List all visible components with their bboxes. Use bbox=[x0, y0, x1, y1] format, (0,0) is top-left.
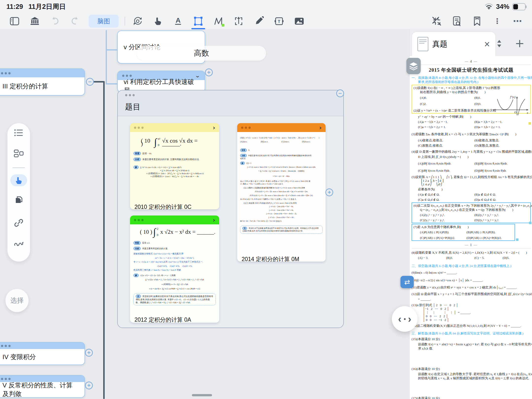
document-search-icon[interactable] bbox=[450, 15, 463, 27]
text-line: (5)设矩阵 A = ⎛1 1 1 ⎞ ⎛1 ⎞. 若集合 Ω = {1,2},… bbox=[412, 175, 531, 186]
text-line: 小. 因此 a₁ = 0,b₁ = 2,从而 a₁cos x + b₁sin x… bbox=[240, 183, 323, 185]
text-line: (C)2y₁² − y₂² − y₃².(D)2y₁² + y₂² + y₃². bbox=[414, 218, 529, 222]
panel-tab-bar: 真题 × bbox=[410, 29, 532, 56]
topic-group-header[interactable]: 题目 bbox=[118, 90, 343, 116]
text-line: √(|a|(t²+k²)), √(|a|(t²−k²)), √(|a|(k²−t… bbox=[133, 265, 216, 268]
expand-button-group[interactable]: + bbox=[325, 188, 333, 196]
pdf-block: (7)若 A,B 为任意两个随机事件,则( )(A)P(AB) ≤ P(A)P(… bbox=[412, 224, 515, 241]
tool-status-dot bbox=[222, 24, 224, 27]
document-icon bbox=[417, 37, 428, 51]
layout-cards-icon[interactable] bbox=[14, 149, 24, 158]
text-line: 分析本题主要考查定积分的计算. bbox=[133, 247, 216, 250]
collapse-button-iii[interactable]: − bbox=[86, 78, 94, 86]
sidebar-toggle-icon[interactable] bbox=[8, 15, 21, 27]
expand-button-v5[interactable]: + bbox=[85, 382, 93, 389]
highlight-handle-blue[interactable] bbox=[529, 222, 532, 224]
next-page-icon[interactable]: › bbox=[408, 314, 411, 324]
expand-button-vi[interactable]: + bbox=[205, 68, 213, 76]
collapse-button-group[interactable]: − bbox=[336, 89, 344, 97]
pen-icon[interactable] bbox=[252, 15, 265, 27]
expand-chevron-icon[interactable]: › bbox=[213, 124, 215, 131]
copy-pages-icon[interactable] bbox=[14, 196, 23, 204]
text-line: 答案应填 − 4π. bbox=[133, 152, 216, 155]
text-style-icon[interactable]: A bbox=[172, 15, 184, 27]
prev-page-icon[interactable]: ‹ bbox=[398, 314, 401, 324]
redo-icon[interactable] bbox=[69, 15, 82, 27]
node-iv-section[interactable]: IV 变限积分 bbox=[0, 342, 85, 365]
expand-chevron-icon[interactable]: › bbox=[319, 124, 322, 131]
pdf-block: — 1 —(8)设随机变量 X,Y 不相关,且 E(X) = 2,E(Y) = … bbox=[412, 243, 531, 399]
hand-tool-active[interactable] bbox=[10, 174, 27, 186]
text-line: (法二)(看作二元函数的最值问题求解)令 f(a,b) = ∫₋π^π (x−a… bbox=[240, 186, 323, 189]
chevron-down-icon[interactable]: ⌄ bbox=[195, 73, 200, 79]
highlight-handle-yellow[interactable] bbox=[529, 122, 531, 125]
kebab-menu-icon[interactable]: ⋮ bbox=[491, 15, 504, 27]
expand-chevron-icon[interactable]: › bbox=[213, 216, 215, 224]
undo-icon[interactable] bbox=[49, 15, 61, 27]
highlight-handle-blue2[interactable] bbox=[516, 238, 518, 241]
card-dots-icon bbox=[241, 125, 252, 130]
text-frame-icon[interactable]: T bbox=[273, 15, 285, 27]
tab-exam-paper[interactable]: 真题 × bbox=[412, 32, 495, 56]
layers-button[interactable] bbox=[406, 58, 421, 74]
card-2012-header[interactable]: › bbox=[130, 216, 219, 224]
text-line: (A)a = −3,b = 2,c = −1.(B)a = 3,b = 2,c … bbox=[412, 120, 531, 124]
more-menu-icon[interactable]: ⋯ bbox=[511, 15, 524, 27]
card-2010-header[interactable]: › bbox=[130, 123, 219, 132]
pdf-viewer[interactable]: — 4 —2015 年全国硕士研究生招生考试试题一、选择题(本题共 8 小题,每… bbox=[410, 56, 532, 399]
card-2012-title: 2012 定积分的计算 0A bbox=[134, 318, 191, 321]
text-line: — 1 — bbox=[412, 243, 531, 247]
clock: 11:29 bbox=[6, 3, 23, 11]
bookmark-icon[interactable] bbox=[471, 15, 483, 27]
scribble-icon[interactable] bbox=[14, 239, 24, 247]
text-line: (7)若 A,B 为任意两个随机事件,则( ) bbox=[414, 225, 513, 229]
node-vi-subsection[interactable]: ⌄ vi 利用定积分工具快速破局 bbox=[117, 71, 205, 92]
drawer-drag-handle[interactable] bbox=[192, 394, 212, 396]
node-dots-icon bbox=[1, 377, 12, 381]
select-mode-button[interactable]: 选择 bbox=[5, 289, 29, 312]
add-tab-icon[interactable] bbox=[516, 40, 524, 49]
card-2014[interactable]: › (4)若 ∫₋π^π (x − a₁cos x − b₁sin x)²dx … bbox=[237, 123, 326, 262]
node-iii-header[interactable] bbox=[0, 69, 84, 77]
image-icon[interactable] bbox=[293, 15, 306, 27]
card-2014-header[interactable]: › bbox=[237, 123, 326, 132]
node-dots-icon bbox=[122, 73, 133, 78]
text-line: (11)若函数 z = z(x,y) 由方程 eᶻ + xyz + x + co… bbox=[412, 285, 531, 289]
page-nav-pill[interactable]: ‹ › bbox=[392, 306, 417, 332]
node-iv-header[interactable] bbox=[0, 343, 84, 349]
node-v-reverse-section[interactable]: V 反常积分的性质、计算及判敛 bbox=[0, 375, 85, 398]
pointer-hand-icon[interactable] bbox=[151, 15, 164, 27]
text-line: (A)∫dθ∫ f(rcos θ,rsin θ)rdr.(B)∫dθ∫ f(rc… bbox=[412, 161, 531, 166]
text-line: 二、填空题(本题共 6 小题,每小题 4 分,共 24 分,把答案填在题中横线上… bbox=[412, 264, 531, 268]
outline-list-icon[interactable] bbox=[14, 129, 23, 137]
status-date: 11月2日周日 bbox=[29, 2, 66, 11]
text-line: (A)收敛点,收敛点.(B)收敛点,发散点. bbox=[412, 138, 531, 142]
text-line: ax² + bx + c = a[ (x + b/2a)² + (4ac − b… bbox=[133, 256, 216, 260]
text-line: 答案A. bbox=[240, 149, 323, 152]
text-line: (A) − 3.(B)3.(C) − 5.(D)5. bbox=[412, 256, 531, 260]
polyline-tool-icon[interactable] bbox=[212, 15, 225, 27]
card-2010[interactable]: › ( 10 ) ∫ π²0 √x cos √x dx = ______. 答案… bbox=[130, 123, 219, 209]
mindmap-mode-button[interactable]: 脑图 bbox=[89, 15, 119, 28]
close-tab-icon[interactable]: × bbox=[484, 39, 490, 49]
text-line: ∫₋π^π (x − 2πcos x)²dx = ⅔π³ + 4π³, bbox=[240, 216, 323, 219]
text-line: ∫₋π^π (x − 2sin x)²dx = ⅔π³ − 4π, bbox=[240, 205, 323, 208]
library-icon[interactable] bbox=[28, 15, 41, 27]
node-iii-section[interactable]: III 定积分的计算 bbox=[0, 68, 85, 96]
card-dots-icon bbox=[134, 218, 145, 222]
text-line: ＝(对称性)＝ 0 + 2∫₀¹ √(1−t²)dt bbox=[133, 283, 216, 286]
map-title[interactable]: 高数 bbox=[137, 46, 266, 61]
expand-button-iv[interactable]: + bbox=[85, 349, 93, 357]
link-icon[interactable] bbox=[14, 219, 23, 227]
text-line: ＝(分部积分)＝ (cos t · 4t)│₀^π − ∫₀^π 4cos td… bbox=[133, 175, 216, 178]
text-line: 的切线与直线 x = x₀ 及 x 轴所围成区域的面积恒为 4,且 f(0) =… bbox=[412, 376, 531, 380]
swap-pages-button[interactable]: ⇄ bbox=[400, 276, 414, 288]
sort-split-icon[interactable] bbox=[496, 39, 503, 49]
auto-arrange-icon[interactable] bbox=[131, 15, 144, 27]
collapse-view-icon[interactable] bbox=[430, 15, 443, 27]
selection-frame-icon[interactable] bbox=[192, 15, 205, 27]
topic-group-title: 题目 bbox=[125, 102, 336, 112]
card-2012[interactable]: › ( 10 ) ∫ 20 x √2x − x² dx = ______. 答案… bbox=[130, 216, 219, 323]
text-line: (4)若 ∫₋π^π (x − a₁cos x − b₁sin x)²dx = … bbox=[240, 136, 323, 139]
text-line: (3)若级数 Σaₙ 条件收敛,则 x = √3 与 x = 3 依次为幂级数 … bbox=[412, 132, 531, 136]
